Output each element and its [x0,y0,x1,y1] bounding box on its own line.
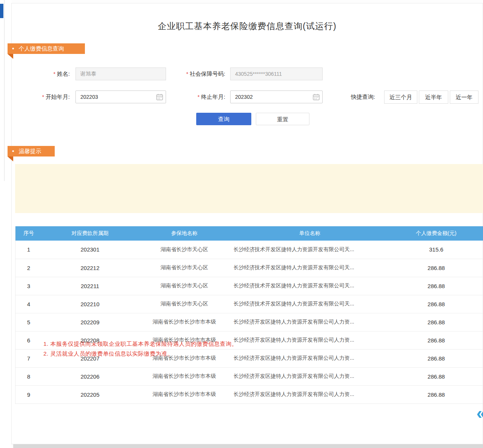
table-cell: 202209 [42,313,138,331]
table-cell: 1 [15,241,42,259]
table-cell: 长沙经济开发区捷特人力资源开发有限公司人力资... [231,367,389,385]
rail-blue-marker [0,4,3,18]
table-cell: 湖南省长沙市长沙市市本级 [138,313,231,331]
header-amount: 个人缴费金额(元) [389,226,483,241]
table-cell: 长沙经济开发区捷特人力资源开发有限公司人力资... [231,349,389,367]
table-cell: 长沙经济技术开发区捷特人力资源开发有限公司天... [231,277,389,295]
ssn-field[interactable] [230,68,323,80]
quick-range-1year-button[interactable]: 近一年 [450,91,478,104]
table-cell: 9 [15,385,42,404]
end-month-input[interactable] [230,91,323,103]
quick-range-halfyear-button[interactable]: 近半年 [419,91,448,104]
table-cell: 5 [15,313,42,331]
table-row: 1202301湖南省长沙市天心区长沙经济技术开发区捷特人力资源开发有限公司天..… [15,241,483,259]
page-title: 企业职工基本养老保险缴费信息查询(试运行) [125,20,370,32]
notice-box: 1. 本服务仅提供尚未领取企业职工基本养老保险待遇人员的缴费信息查询。 2. 灵… [15,164,483,213]
table-cell: 202208 [42,331,138,349]
table-cell: 湖南省长沙市长沙市市本级 [138,331,231,349]
search-button[interactable]: 查询 [196,113,251,125]
table-row: 3202211湖南省长沙市天心区长沙经济技术开发区捷特人力资源开发有限公司天..… [15,277,483,295]
table-cell: 8 [15,367,42,385]
table-cell: 202206 [42,367,138,385]
table-cell: 286.88 [389,295,483,313]
bullet-icon: • [12,148,14,155]
table-cell: 湖南省长沙市天心区 [138,259,231,277]
table-row: 7202207湖南省长沙市长沙市市本级长沙经济开发区捷特人力资源开发有限公司人力… [15,349,483,367]
end-month-label: *终止年月: [166,94,225,101]
reset-button[interactable]: 重置 [256,113,309,125]
collapse-chevron-icon[interactable]: « [476,404,483,422]
table-cell: 6 [15,331,42,349]
table-cell: 202301 [42,241,138,259]
table-cell: 286.88 [389,331,483,349]
table-cell: 长沙经济技术开发区捷特人力资源开发有限公司天... [231,241,389,259]
header-employer: 单位名称 [231,226,389,241]
required-asterisk: * [197,94,199,100]
table-cell: 4 [15,295,42,313]
table-cell: 286.88 [389,367,483,385]
table-header-row: 序号 对应费款所属期 参保地名称 单位名称 个人缴费金额(元) [15,226,483,241]
name-field[interactable] [75,68,166,80]
table-cell: 湖南省长沙市天心区 [138,277,231,295]
table-cell: 湖南省长沙市天心区 [138,295,231,313]
table-row: 8202206湖南省长沙市长沙市市本级长沙经济开发区捷特人力资源开发有限公司人力… [15,367,483,385]
table-cell: 长沙经济开发区捷特人力资源开发有限公司人力资... [231,331,389,349]
table-row: 6202208湖南省长沙市长沙市市本级长沙经济开发区捷特人力资源开发有限公司人力… [15,331,483,349]
payment-table: 序号 对应费款所属期 参保地名称 单位名称 个人缴费金额(元) 1202301湖… [15,226,483,404]
left-rail [0,0,11,448]
start-month-label: *开始年月: [23,94,70,101]
table-cell: 3 [15,277,42,295]
table-cell: 286.88 [389,385,483,404]
table-cell: 202211 [42,277,138,295]
table-row: 2202212湖南省长沙市天心区长沙经济技术开发区捷特人力资源开发有限公司天..… [15,259,483,277]
required-asterisk: * [186,71,188,77]
table-cell: 长沙经济技术开发区捷特人力资源开发有限公司天... [231,259,389,277]
table-row: 4202210湖南省长沙市天心区长沙经济技术开发区捷特人力资源开发有限公司天..… [15,295,483,313]
pension-query-page: 企业职工基本养老保险缴费信息查询(试运行) • 个人缴费信息查询 *姓名: *社… [0,0,483,448]
table-cell: 286.88 [389,277,483,295]
section-badge-label: 温馨提示 [19,148,42,155]
start-month-input[interactable] [75,91,166,103]
table-cell: 长沙经济开发区捷特人力资源开发有限公司人力资... [231,313,389,331]
calendar-icon[interactable] [156,94,163,100]
table-cell: 286.88 [389,349,483,367]
table-cell: 长沙经济开发区捷特人力资源开发有限公司人力资... [231,385,389,404]
table-cell: 湖南省长沙市天心区 [138,241,231,259]
ssn-label: *社会保障号码: [166,71,225,78]
payment-table-body: 1202301湖南省长沙市天心区长沙经济技术开发区捷特人力资源开发有限公司天..… [15,241,483,404]
table-row: 5202209湖南省长沙市长沙市市本级长沙经济开发区捷特人力资源开发有限公司人力… [15,313,483,331]
table-row: 9202205湖南省长沙市长沙市市本级长沙经济开发区捷特人力资源开发有限公司人力… [15,385,483,404]
required-asterisk: * [42,94,44,100]
table-cell: 长沙经济技术开发区捷特人力资源开发有限公司天... [231,295,389,313]
header-location: 参保地名称 [138,226,231,241]
header-period: 对应费款所属期 [42,226,138,241]
table-cell: 202205 [42,385,138,404]
bottom-scroll-track[interactable] [13,444,483,448]
section-badge-tips: • 温馨提示 [8,146,55,156]
bullet-icon: • [12,45,14,52]
quick-range-3months-button[interactable]: 近三个月 [384,91,417,104]
table-cell: 7 [15,349,42,367]
table-cell: 湖南省长沙市长沙市市本级 [138,367,231,385]
section-badge-personal-query: • 个人缴费信息查询 [8,43,85,54]
table-cell: 2 [15,259,42,277]
table-cell: 286.88 [389,313,483,331]
table-cell: 315.6 [389,241,483,259]
calendar-icon[interactable] [313,94,320,100]
table-cell: 湖南省长沙市长沙市市本级 [138,349,231,367]
rail-divider [4,0,5,181]
quick-query-label: 快捷查询: [351,94,375,101]
table-cell: 202207 [42,349,138,367]
header-seq: 序号 [15,226,42,241]
section-badge-label: 个人缴费信息查询 [19,45,64,52]
required-asterisk: * [53,71,55,77]
table-cell: 202210 [42,295,138,313]
name-label: *姓名: [23,71,70,78]
table-cell: 286.88 [389,259,483,277]
table-cell: 202212 [42,259,138,277]
table-cell: 湖南省长沙市长沙市市本级 [138,385,231,404]
